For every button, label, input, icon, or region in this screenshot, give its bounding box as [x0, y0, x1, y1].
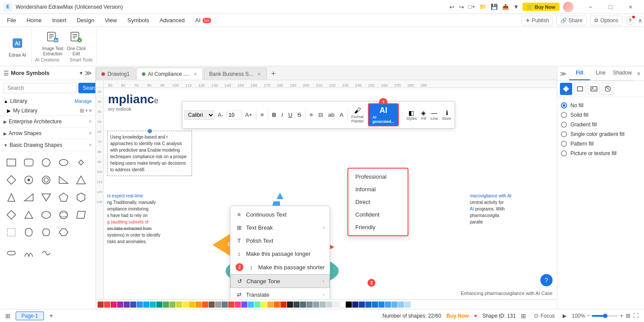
color-black2[interactable]: [346, 302, 352, 308]
shape-diamond-med[interactable]: [3, 172, 19, 188]
ai-generated-button[interactable]: AI AIgenerated...: [368, 103, 399, 126]
line-button[interactable]: — Line: [429, 108, 440, 122]
color-navy3[interactable]: [365, 302, 371, 308]
color-navy5[interactable]: [378, 302, 384, 308]
bold-button[interactable]: B: [270, 110, 278, 119]
panel-close-icon[interactable]: ≫: [84, 69, 92, 77]
color-light-green[interactable]: [169, 302, 175, 308]
shape-misc4[interactable]: [56, 224, 71, 240]
fill-no-fill[interactable]: No fill: [561, 101, 641, 110]
font-size-decrease-button[interactable]: A-: [216, 110, 226, 119]
strikethrough-button[interactable]: S: [295, 110, 303, 119]
rp-history-icon[interactable]: [602, 83, 614, 95]
collapse-button[interactable]: ∧: [638, 17, 642, 24]
styles-button[interactable]: ◧ Styles: [405, 108, 419, 122]
zoom-in-icon[interactable]: +: [620, 312, 623, 319]
edraw-ai-button[interactable]: AI: [10, 35, 25, 51]
menu-symbols[interactable]: Symbols: [122, 15, 155, 25]
color-navy9[interactable]: [405, 302, 411, 308]
shape-triangle-eq2[interactable]: [21, 207, 37, 223]
color-orange[interactable]: [196, 302, 202, 308]
cm-polish-text[interactable]: T Polish Text: [230, 234, 330, 247]
canvas-content[interactable]: mpliance ory outlook Using knowledge-bas…: [104, 88, 557, 299]
shape-double-circle[interactable]: [56, 207, 71, 223]
shape-extra2[interactable]: [21, 245, 37, 261]
color-red2[interactable]: [228, 302, 234, 308]
rp-text-icon[interactable]: [574, 83, 586, 95]
color-indigo[interactable]: [130, 302, 136, 308]
tone-direct[interactable]: Direct: [348, 196, 408, 208]
color-yellow[interactable]: [182, 302, 189, 308]
minimize-button[interactable]: −: [580, 0, 600, 14]
color-navy2[interactable]: [359, 302, 365, 308]
color-brown[interactable]: [209, 302, 215, 308]
color-steel[interactable]: [300, 302, 306, 308]
color-steel3[interactable]: [313, 302, 319, 308]
menu-view[interactable]: View: [100, 15, 122, 25]
rp-expand-icon[interactable]: ≫: [557, 68, 569, 80]
font-size-input[interactable]: [226, 111, 242, 119]
panel-collapse-icon[interactable]: ☰: [3, 70, 9, 77]
help-button[interactable]: ?: [626, 16, 634, 25]
shape-misc3[interactable]: [38, 224, 54, 240]
library-header[interactable]: ▲ Library Manage: [0, 96, 95, 106]
shape-misc2[interactable]: [21, 224, 37, 240]
fill-button[interactable]: ◈ Fill: [419, 108, 428, 122]
zoom-slider-thumb[interactable]: [603, 314, 607, 318]
shape-pentagon[interactable]: [56, 190, 71, 205]
color-grey[interactable]: [215, 302, 221, 308]
color-amber[interactable]: [189, 302, 195, 308]
shape-rectangle[interactable]: [3, 155, 19, 170]
color-navy4[interactable]: [372, 302, 378, 308]
color-navy[interactable]: [352, 302, 358, 308]
color-green[interactable]: [163, 302, 169, 308]
tone-professional[interactable]: Professional: [348, 170, 408, 183]
more-button[interactable]: ℹ More: [441, 108, 453, 122]
options-button[interactable]: ⚙ Options: [590, 16, 622, 25]
shape-circle-outer[interactable]: [38, 172, 54, 188]
page-tab-1[interactable]: Page-1: [16, 312, 44, 320]
color-light-blue[interactable]: [143, 302, 149, 308]
category-basic-shapes[interactable]: ▼ Basic Drawing Shapes ×: [0, 139, 95, 151]
tone-confident[interactable]: Confident: [348, 208, 408, 221]
new-window-button[interactable]: □+: [467, 3, 477, 11]
rp-tab-fill[interactable]: Fill: [569, 66, 590, 80]
cm-change-tone[interactable]: ↺ Change Tone ›: [230, 274, 330, 288]
rp-close-button[interactable]: ×: [634, 67, 644, 81]
color-cyan[interactable]: [150, 302, 156, 308]
menu-advanced[interactable]: Advanced: [154, 15, 190, 25]
color-red[interactable]: [104, 302, 110, 308]
color-navy6[interactable]: [385, 302, 391, 308]
color-red3[interactable]: [280, 302, 287, 308]
search-button[interactable]: Search: [78, 83, 96, 93]
open-button[interactable]: 📁: [478, 3, 488, 11]
color-black[interactable]: [287, 302, 293, 308]
share-button[interactable]: 🔗 Share: [556, 16, 587, 25]
redo-button[interactable]: ↪: [457, 3, 466, 11]
export-button[interactable]: 📤: [500, 3, 511, 11]
color-purple[interactable]: [117, 302, 123, 308]
color-steel4[interactable]: [320, 302, 326, 308]
my-library-item[interactable]: ▶ My Library ⊞ + ×: [0, 106, 95, 115]
add-page-button[interactable]: +: [49, 312, 53, 320]
shape-triangle-rt[interactable]: [56, 172, 71, 188]
more-button[interactable]: ▼: [512, 3, 521, 11]
lib-plus-icon[interactable]: +: [85, 108, 88, 114]
color-red-dark[interactable]: [98, 302, 104, 308]
fill-pattern[interactable]: Pattern fill: [561, 139, 641, 149]
color-navy7[interactable]: [391, 302, 398, 308]
shape-triangle-left[interactable]: [21, 190, 37, 205]
zoom-slider[interactable]: [592, 315, 618, 317]
menu-ai[interactable]: AI hot: [190, 15, 216, 25]
shape-circle[interactable]: [38, 155, 54, 170]
font-color-button[interactable]: A: [337, 110, 346, 119]
color-pink[interactable]: [111, 302, 117, 308]
shape-rounded-rect[interactable]: [21, 155, 37, 170]
lib-add-icon[interactable]: ⊞: [80, 108, 84, 114]
cm-text-break[interactable]: ⊞ Text Break ›: [230, 221, 330, 234]
zoom-out-icon[interactable]: −: [587, 312, 590, 319]
shape-hexagon[interactable]: [73, 190, 89, 205]
cm-make-longer[interactable]: ↕ Make this passage longer: [230, 247, 330, 260]
category-arrow-shapes-close[interactable]: ×: [89, 130, 92, 136]
page-layout-icon[interactable]: ⊞: [5, 312, 10, 319]
